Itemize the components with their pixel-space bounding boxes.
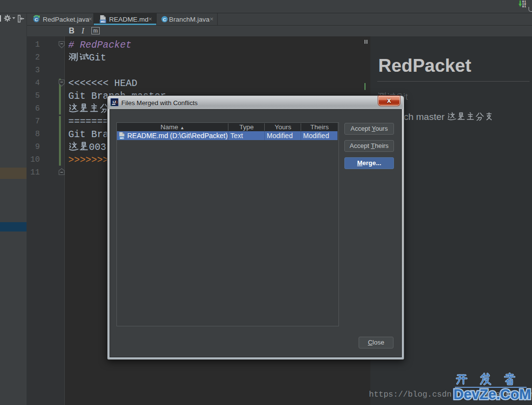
svg-text:IJ: IJ <box>112 100 116 104</box>
svg-text:C: C <box>163 17 167 22</box>
svg-text:MD: MD <box>120 137 124 140</box>
svg-text:MD: MD <box>101 20 106 23</box>
svg-text:C: C <box>35 17 38 22</box>
